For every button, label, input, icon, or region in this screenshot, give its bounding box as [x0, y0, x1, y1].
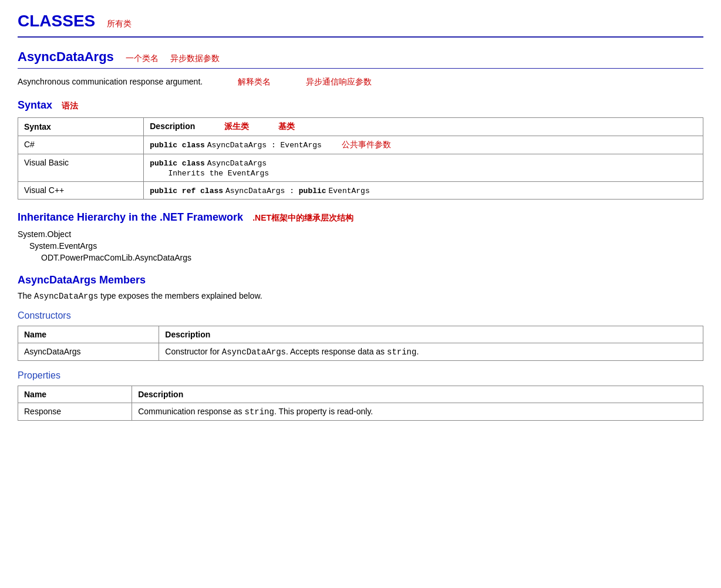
- page-title-section: CLASSES 所有类: [18, 12, 703, 38]
- inheritance-item-1: System.EventArgs: [18, 241, 703, 251]
- constructors-desc-header: Description: [159, 326, 703, 343]
- page-title-annotation: 所有类: [107, 19, 132, 29]
- properties-table: Name Description Response Communication …: [18, 386, 703, 421]
- inheritance-heading-annotation: .NET框架中的继承层次结构: [252, 213, 353, 224]
- constructors-table: Name Description AsyncDataArgs Construct…: [18, 326, 703, 361]
- syntax-row-csharp: C# public class AsyncDataArgs : EventArg…: [18, 136, 703, 154]
- properties-header-row: Name Description: [18, 386, 703, 403]
- inheritance-heading: Inheritance Hierarchy in the .NET Framew…: [18, 211, 703, 224]
- syntax-heading-text: Syntax: [18, 99, 52, 111]
- inheritance-item-2: ODT.PowerPmacComLib.AsyncDataArgs: [18, 253, 703, 262]
- class-name-annotation2: 异步数据参数: [170, 53, 220, 64]
- inheritance-section: Inheritance Hierarchy in the .NET Framew…: [18, 211, 703, 262]
- desc-annotation2: 基类: [278, 121, 295, 132]
- constructors-name-header: Name: [18, 326, 159, 343]
- property-row-0: Response Communication response as strin…: [18, 403, 703, 421]
- class-title-row: AsyncDataArgs 一个类名 异步数据参数: [18, 49, 703, 69]
- class-section: AsyncDataArgs 一个类名 异步数据参数 Asynchronous c…: [18, 49, 703, 421]
- desc-annotation1: 派生类: [224, 121, 249, 132]
- syntax-table-header-row: Syntax Description 派生类 基类: [18, 118, 703, 136]
- syntax-row-vb-syntax: Visual Basic: [18, 154, 144, 182]
- constructors-header-row: Name Description: [18, 326, 703, 343]
- members-desc: The AsyncDataArgs type exposes the membe…: [18, 291, 703, 301]
- constructor-name-0: AsyncDataArgs: [18, 343, 159, 361]
- class-description-text: Asynchronous communication response argu…: [18, 77, 203, 86]
- syntax-row-vcpp: Visual C++ public ref class AsyncDataArg…: [18, 182, 703, 200]
- syntax-heading-annotation: 语法: [62, 101, 78, 111]
- class-name-annotation1: 一个类名: [126, 53, 159, 64]
- syntax-row-csharp-desc: public class AsyncDataArgs : EventArgs 公…: [144, 136, 703, 154]
- inheritance-heading-text: Inheritance Hierarchy in the .NET Framew…: [18, 211, 243, 224]
- class-description-annotation2: 异步通信响应参数: [306, 77, 372, 87]
- syntax-row-vb: Visual Basic public class AsyncDataArgs …: [18, 154, 703, 182]
- syntax-heading: Syntax 语法: [18, 99, 703, 111]
- constructor-desc-0: Constructor for AsyncDataArgs. Accepts r…: [159, 343, 703, 361]
- class-description-annotation1: 解释类名: [238, 77, 271, 87]
- constructors-title: Constructors: [18, 310, 703, 321]
- syntax-table: Syntax Description 派生类 基类 C# public clas…: [18, 117, 703, 200]
- properties-title: Properties: [18, 370, 703, 381]
- property-name-0: Response: [18, 403, 132, 421]
- csharp-annotation: 公共事件参数: [342, 140, 391, 149]
- syntax-row-vcpp-desc: public ref class AsyncDataArgs : public …: [144, 182, 703, 200]
- syntax-col-header: Syntax: [18, 118, 144, 136]
- description-col-header: Description 派生类 基类: [144, 118, 703, 136]
- inheritance-item-0: System.Object: [18, 229, 703, 239]
- page-title: CLASSES: [18, 12, 95, 31]
- syntax-row-vb-desc: public class AsyncDataArgs Inherits the …: [144, 154, 703, 182]
- constructor-row-0: AsyncDataArgs Constructor for AsyncDataA…: [18, 343, 703, 361]
- syntax-row-vcpp-syntax: Visual C++: [18, 182, 144, 200]
- syntax-row-csharp-syntax: C#: [18, 136, 144, 154]
- property-desc-0: Communication response as string. This p…: [132, 403, 703, 421]
- properties-name-header: Name: [18, 386, 132, 403]
- class-name: AsyncDataArgs: [18, 49, 114, 65]
- properties-desc-header: Description: [132, 386, 703, 403]
- inheritance-tree: System.Object System.EventArgs ODT.Power…: [18, 229, 703, 262]
- members-section: AsyncDataArgs Members The AsyncDataArgs …: [18, 274, 703, 421]
- members-title: AsyncDataArgs Members: [18, 274, 703, 286]
- class-description: Asynchronous communication response argu…: [18, 77, 703, 87]
